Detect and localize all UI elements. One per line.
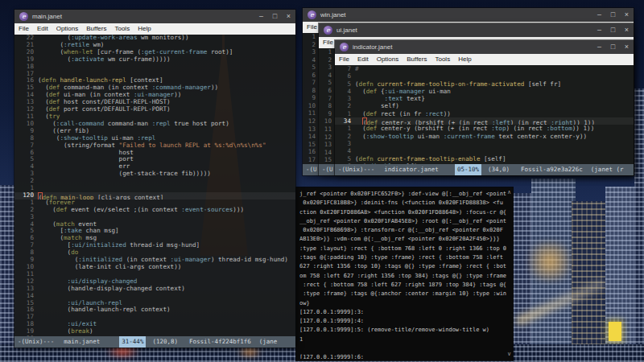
line-number: 15 [319, 156, 336, 164]
line-number: 120 [14, 192, 38, 200]
code-text: (:activate wm cur-frame))))) [38, 56, 295, 64]
code-line[interactable]: 9 (:initialized (in context :ui-manager)… [14, 257, 295, 264]
titlebar[interactable]: e main.janet – □ × [14, 10, 295, 23]
emacs-icon: e [340, 43, 349, 51]
line-number: 2 [335, 102, 355, 109]
terminal-output[interactable]: j_ref <pointer 0x020F1FC652F0>} :def-vie… [299, 190, 506, 359]
minimize-button[interactable]: – [592, 23, 606, 37]
code-line[interactable]: 5 [:take chan msg] [14, 228, 295, 235]
menu-bar: FileEditOptionsBuffersToolsHelp [335, 54, 634, 65]
menu-item-options[interactable]: Options [52, 23, 83, 35]
minimize-button[interactable]: – [592, 8, 606, 22]
code-area[interactable]: 7#65(defn current-frame-tooltip-on-frame… [335, 65, 634, 164]
code-line[interactable]: 4 (match event [14, 221, 295, 228]
code-line[interactable]: 21 (:retile wm) [14, 42, 295, 49]
menu-item-edit[interactable]: Edit [33, 23, 52, 35]
code-line[interactable]: 15 :ui/launch-repl [14, 300, 295, 307]
code-line[interactable]: 12 :ui/display-changed [14, 278, 295, 286]
code-line[interactable]: 13 (handle-display-changed context) [14, 286, 295, 293]
menu-item-file[interactable]: File [335, 54, 353, 65]
menu-item-edit[interactable]: Edit [353, 54, 373, 65]
code-line[interactable]: 4 [335, 147, 634, 154]
scroll-down-icon[interactable]: ∨ [506, 350, 512, 359]
code-line[interactable]: 17 [14, 71, 295, 78]
code-line[interactable]: 18 :ui/exit [14, 321, 295, 328]
menu-item-file[interactable]: File [14, 23, 33, 35]
code-line[interactable]: 16 (handle-launch-repl context) [14, 306, 295, 314]
menu-item-tools[interactable]: Tools [110, 23, 134, 35]
code-line[interactable]: 7# [335, 65, 634, 72]
code-text: (do [38, 249, 295, 257]
code-line[interactable]: 6 host [14, 150, 295, 157]
code-line[interactable]: 11 [14, 271, 295, 278]
code-line[interactable]: 15 (def command-man (in context :command… [14, 84, 295, 92]
code-line[interactable]: 19 (:activate wm cur-frame))))) [14, 56, 295, 64]
line-number: 11 [319, 125, 336, 134]
code-line[interactable]: 14 [14, 293, 295, 300]
code-line[interactable]: 4 (def {:ui-manager ui-man [335, 88, 634, 95]
code-line[interactable]: 13 (def host const/DEFAULT-REPL-HOST) [14, 99, 295, 106]
code-line[interactable]: 34 (def center-x (brshift (+ (in rect :l… [335, 117, 634, 125]
code-line[interactable]: 1 [14, 185, 295, 192]
code-line[interactable]: 10 (:call-command command-man :repl true… [14, 121, 295, 128]
code-line[interactable]: 11 (try [14, 113, 295, 121]
titlebar[interactable]: e indicator.janet – □ × [335, 40, 634, 54]
code-line[interactable]: 3 [335, 140, 634, 147]
code-area[interactable]: 22 (:update-work-areas wm monitors))21 (… [14, 35, 295, 336]
line-number: 5 [14, 156, 38, 163]
code-line[interactable]: 14 (def ui-man (in context :ui-manager)) [14, 92, 295, 99]
code-line[interactable]: 2 (def event (ev/select ;(in context :ev… [14, 207, 295, 214]
terminal-line: ction 0xE20F1FD886A8> <function 0x020F1F… [299, 208, 506, 217]
window-title: win.janet [320, 11, 346, 19]
maximize-button[interactable]: □ [268, 10, 282, 23]
menu-item-buffers[interactable]: Buffers [82, 23, 110, 35]
scroll-up-icon[interactable]: ∧ [506, 188, 512, 197]
close-button[interactable]: × [282, 10, 295, 23]
code-line[interactable]: 2 self) [335, 102, 634, 109]
code-line[interactable]: 18 [14, 64, 295, 71]
close-button[interactable]: × [620, 23, 634, 37]
maximize-button[interactable]: □ [606, 8, 620, 22]
maximize-button[interactable]: □ [606, 23, 620, 37]
menu-item-options[interactable]: Options [373, 54, 403, 65]
menu-item-tools[interactable]: Tools [431, 54, 454, 65]
code-line[interactable]: 20 (when-let [cur-frame (:get-current-fr… [14, 49, 295, 56]
code-line[interactable]: 5 port [14, 156, 295, 163]
code-line[interactable]: 6 [335, 72, 634, 80]
code-line[interactable]: 6 (match msg [14, 235, 295, 242]
code-line[interactable]: 5(defn current-frame-tooltip-enable [sel… [335, 155, 634, 162]
code-line[interactable]: 8 (do [14, 249, 295, 257]
code-line[interactable]: 120(defn main-loop [cli-args context] [14, 192, 295, 200]
code-line[interactable]: 4 err [14, 163, 295, 171]
code-line[interactable]: 2 [14, 178, 295, 185]
titlebar[interactable]: e win.janet – □ × [303, 8, 634, 22]
code-line[interactable]: 3 :text text} [335, 95, 634, 102]
code-line[interactable]: 9 ((err fib) [14, 128, 295, 135]
code-line[interactable]: 10 (late-init cli-args context)) [14, 264, 295, 271]
code-line[interactable]: 17 [14, 314, 295, 321]
code-line[interactable]: 7 (string/format "Failed to launch REPL … [14, 142, 295, 150]
code-line[interactable]: 1 (def center-y (brshift (+ (in rect :to… [335, 125, 634, 132]
minimize-button[interactable]: – [254, 10, 268, 23]
code-line[interactable]: 1 (forever [14, 200, 295, 207]
code-line[interactable]: 1 (def rect (in fr :rect)) [335, 110, 634, 117]
code-line[interactable]: 2 (:show-tooltip ui-man :current-frame t… [335, 133, 634, 140]
minimize-button[interactable]: – [592, 40, 606, 54]
code-line[interactable]: 22 (:update-work-areas wm monitors)) [14, 35, 295, 42]
code-line[interactable]: 12 (def port const/DEFAULT-REPL-PORT) [14, 106, 295, 113]
menu-item-help[interactable]: Help [134, 23, 155, 35]
close-button[interactable]: × [620, 8, 634, 22]
repl-terminal-window[interactable]: j_ref <pointer 0x020F1FC652F0>} :def-vie… [296, 187, 513, 360]
code-line[interactable]: 5(defn current-frame-tooltip-on-frame-ac… [335, 80, 634, 88]
menu-item-buffers[interactable]: Buffers [402, 54, 431, 65]
menu-item-help[interactable]: Help [454, 54, 475, 65]
code-line[interactable]: 3 (get-stack-trace fib))))) [14, 171, 295, 178]
code-line[interactable]: 3 [14, 214, 295, 221]
code-line[interactable]: 7 [:ui/initialized thread-id msg-hund] [14, 242, 295, 249]
close-button[interactable]: × [620, 40, 634, 54]
code-line[interactable]: 8 (:show-tooltip ui-man :repl [14, 135, 295, 142]
titlebar[interactable]: e ui.janet – □ × [319, 23, 634, 37]
maximize-button[interactable]: □ [606, 40, 620, 54]
code-line[interactable]: 19 (break) [14, 328, 295, 335]
code-line[interactable]: 16(defn handle-launch-repl [context] [14, 77, 295, 84]
